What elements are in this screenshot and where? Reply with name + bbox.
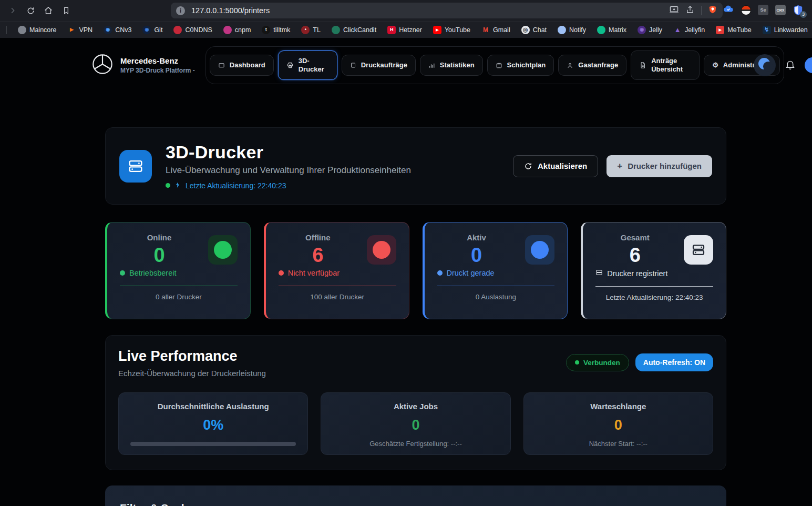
bookmark-clickcandit[interactable]: ClickCandit	[332, 26, 376, 34]
reload-icon[interactable]	[23, 3, 38, 18]
stat-value: 0	[120, 244, 199, 267]
add-printer-button[interactable]: +Drucker hinzufügen	[607, 155, 712, 177]
stat-card-online: Online 0 Betriebsbereit 0 aller Drucker	[105, 222, 251, 319]
connected-dot	[575, 360, 579, 365]
nav-label: Anträge Übersicht	[651, 57, 691, 73]
dark-mode-toggle[interactable]	[754, 54, 776, 76]
metric-label: Warteschlange	[536, 402, 701, 411]
brand-name: Mercedes-Benz	[120, 56, 195, 65]
nav-tab-3d-drucker[interactable]: 3D-Drucker	[278, 50, 337, 79]
nav-label: 3D-Drucker	[299, 57, 329, 73]
nav-tab-dashboard[interactable]: Dashboard	[210, 55, 274, 76]
bookmark-tl[interactable]: •TL	[301, 26, 321, 34]
nav-label: Schichtplan	[507, 61, 546, 69]
status-dot-icon	[373, 241, 390, 259]
bookmark-git[interactable]: ◉Git	[142, 26, 162, 34]
metric-value: 0	[536, 417, 701, 433]
online-status-icon	[208, 235, 238, 265]
stat-status-text: Druckt gerade	[447, 269, 495, 277]
bookmark-label: Git	[154, 26, 162, 34]
bookmark-favicon: M	[481, 26, 490, 34]
notifications-bell-icon[interactable]	[785, 59, 796, 72]
nav-tab-gastanfrage[interactable]: Gastanfrage	[558, 55, 626, 76]
metric-card-aktive-jobs: Aktive Jobs 0 Geschätzte Fertigstellung:…	[321, 392, 510, 455]
bookmark-favicon	[18, 26, 26, 34]
utilization-progressbar	[130, 442, 296, 446]
filter-search-card: Filter & Suche	[105, 485, 726, 506]
home-icon[interactable]	[41, 3, 56, 18]
bookmark-gmail[interactable]: MGmail	[481, 26, 510, 34]
nav-tab-druckauftraege[interactable]: Druckaufträge	[342, 55, 416, 76]
bookmark-favicon: H	[387, 26, 396, 34]
bookmark-label: tilltmk	[273, 26, 290, 34]
refresh-button[interactable]: Aktualisieren	[513, 155, 598, 177]
nav-label: Statistiken	[440, 61, 475, 69]
metric-value: 0%	[130, 417, 296, 433]
metric-card-auslastung: Durchschnittliche Auslastung 0%	[118, 392, 308, 455]
bookmark-maincore[interactable]: Maincore	[18, 26, 56, 34]
shield-extension-icon[interactable]: 3	[793, 5, 804, 16]
share-icon[interactable]	[685, 5, 695, 16]
bookmark-vpn[interactable]: ▶VPN	[67, 26, 92, 34]
bookmark-c0ndns[interactable]: C0NDNS	[173, 26, 212, 34]
pokeball-extension-icon[interactable]	[741, 5, 751, 15]
bookmark-tilltmk[interactable]: ttilltmk	[262, 26, 290, 34]
cloud-extension-icon[interactable]	[723, 3, 734, 17]
stat-value: 6	[595, 244, 674, 267]
bookmark-metube[interactable]: ▶MeTube	[716, 26, 751, 34]
printer-icon	[119, 150, 152, 183]
bookmark-label: Maincore	[29, 26, 56, 34]
browser-toolbar: i 127.0.0.1:5000/printers Se CRX 3	[0, 0, 812, 21]
bookmark-youtube[interactable]: ▶YouTube	[433, 26, 470, 34]
bookmark-cnv3[interactable]: ◉CNv3	[104, 26, 131, 34]
printer-total-icon	[684, 235, 713, 265]
toolbar-divider	[701, 6, 702, 15]
connected-label: Verbunden	[583, 359, 620, 367]
metric-value: 0	[333, 417, 498, 433]
bookmark-label: MeTube	[727, 26, 751, 34]
bookmark-jelly[interactable]: ◉Jelly	[638, 26, 662, 34]
stat-label: Online	[120, 233, 199, 242]
nav-label: Gastanfrage	[578, 61, 618, 69]
bookmark-chat[interactable]: ◎Chat	[521, 26, 547, 34]
stat-label: Aktiv	[437, 233, 516, 242]
page-subtitle: Live-Überwachung und Verwaltung Ihrer Pr…	[166, 165, 411, 176]
auto-refresh-toggle[interactable]: Auto-Refresh: ON	[635, 353, 713, 371]
brave-shield-icon[interactable]	[708, 4, 717, 17]
add-label: Drucker hinzufügen	[628, 161, 702, 170]
bookmark-label: Jellyfin	[685, 26, 705, 34]
bookmark-favicon: ◉	[142, 26, 151, 34]
forward-icon[interactable]	[5, 3, 20, 18]
nav-tab-antraege-uebersicht[interactable]: Anträge Übersicht	[631, 50, 700, 79]
aktiv-status-icon	[525, 235, 554, 265]
brand: Mercedes-Benz MYP 3D-Druck Platform -	[92, 54, 195, 77]
app-page: Mercedes-Benz MYP 3D-Druck Platform - Da…	[0, 38, 812, 506]
bookmark-favicon: ▲	[673, 26, 682, 34]
site-info-icon[interactable]: i	[176, 6, 185, 15]
offline-status-icon	[367, 235, 396, 265]
bookmarks-bar: Maincore ▶VPN ◉CNv3 ◉Git C0NDNS cnpm tti…	[0, 21, 812, 38]
printer-mini-icon	[595, 269, 603, 278]
bookmark-favicon: ◉	[104, 26, 112, 34]
bookmark-cnpm[interactable]: cnpm	[223, 26, 251, 34]
extension-badge: 3	[800, 11, 807, 18]
crx-extension-icon[interactable]: CRX	[775, 5, 786, 15]
stat-divider	[437, 286, 555, 286]
nav-label: Druckaufträge	[361, 61, 407, 69]
bookmark-label: Matrix	[609, 26, 626, 34]
metric-label: Durchschnittliche Auslastung	[130, 402, 296, 411]
bookmark-jellyfin[interactable]: ▲Jellyfin	[673, 26, 705, 34]
url-bar[interactable]: i 127.0.0.1:5000/printers	[171, 3, 723, 18]
nav-tab-schichtplan[interactable]: Schichtplan	[487, 55, 554, 76]
nav-tab-statistiken[interactable]: Statistiken	[420, 55, 483, 76]
save-page-icon[interactable]	[669, 5, 679, 17]
bookmark-label: cnpm	[235, 26, 251, 34]
bookmark-notify[interactable]: Notify	[558, 26, 586, 34]
user-avatar[interactable]	[805, 57, 812, 73]
bookmark-linkwarden[interactable]: ↯Linkwarden	[763, 26, 808, 34]
stat-card-aktiv: Aktiv 0 Druckt gerade 0 Auslastung	[423, 222, 568, 319]
selenium-extension-icon[interactable]: Se	[758, 5, 768, 15]
bookmark-icon[interactable]	[59, 3, 74, 18]
bookmark-hetzner[interactable]: HHetzner	[387, 26, 422, 34]
bookmark-matrix[interactable]: Matrix	[597, 26, 626, 34]
